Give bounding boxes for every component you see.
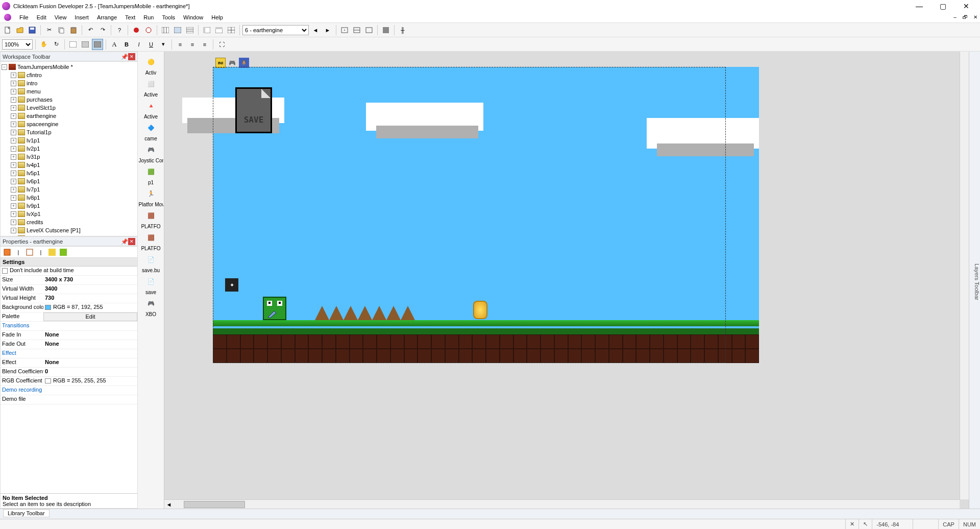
- snap-button[interactable]: ╫: [397, 25, 408, 36]
- workspace-tree[interactable]: − TeamJumpersMobile * +cfintro+intro+men…: [0, 61, 138, 236]
- text-color-button[interactable]: ▾: [158, 39, 169, 50]
- menu-view[interactable]: View: [51, 13, 71, 22]
- spike-object[interactable]: [401, 306, 415, 320]
- spike-object[interactable]: [358, 306, 372, 320]
- ini-object-icon[interactable]: INI: [215, 58, 226, 68]
- expand-icon[interactable]: +: [11, 154, 16, 160]
- align-right-button[interactable]: ≡: [199, 39, 210, 50]
- spike-object[interactable]: [344, 306, 358, 320]
- prop-tab-runtime[interactable]: |: [14, 248, 23, 257]
- tree-frame-item[interactable]: +lv8p1: [2, 194, 136, 202]
- coin-object[interactable]: [473, 301, 487, 319]
- grid-toggle-button[interactable]: [380, 25, 391, 36]
- effect-value[interactable]: None: [43, 358, 137, 367]
- frame-area[interactable]: INI 🎮 🧍: [213, 67, 759, 363]
- menu-window[interactable]: Window: [179, 13, 207, 22]
- tree-frame-item[interactable]: +lv9p1: [2, 202, 136, 210]
- hand-tool-button[interactable]: ✋: [38, 39, 50, 50]
- center-frame-button[interactable]: [339, 25, 350, 36]
- expand-icon[interactable]: +: [11, 97, 16, 103]
- brick-row[interactable]: [213, 349, 759, 363]
- gamepad-icon[interactable]: 🎮: [227, 58, 237, 68]
- object-strip-item[interactable]: 🟩p1: [141, 163, 161, 185]
- spike-object[interactable]: [315, 306, 329, 320]
- frame-margin-button[interactable]: ⛶: [216, 39, 227, 50]
- layers-toolbar[interactable]: Layers Toolbar: [969, 52, 980, 509]
- align-left-button[interactable]: ≡: [175, 39, 186, 50]
- tree-frame-item[interactable]: +menu: [2, 87, 136, 95]
- mdi-minimize-button[interactable]: –: [950, 14, 960, 21]
- expand-icon[interactable]: +: [11, 146, 16, 152]
- menu-tools[interactable]: Tools: [158, 13, 179, 22]
- prop-tab-about[interactable]: [25, 248, 34, 257]
- italic-button[interactable]: I: [133, 39, 144, 50]
- bgcolor-value[interactable]: RGB = 87, 192, 255: [43, 303, 137, 312]
- rgbc-value[interactable]: RGB = 255, 255, 255: [43, 377, 137, 386]
- object-strip-item[interactable]: 📄save: [141, 273, 161, 295]
- tree-frame-item[interactable]: +lv1p1: [2, 136, 136, 145]
- expand-icon[interactable]: +: [11, 81, 16, 86]
- object-strip[interactable]: 🟡Activ⬜Active🔺Active🔷came🎮Joystic Contr🟩…: [138, 52, 164, 509]
- menu-run[interactable]: Run: [139, 13, 158, 22]
- tree-frame-item[interactable]: +lv4p1: [2, 161, 136, 169]
- pin-icon[interactable]: 📌: [121, 54, 127, 60]
- expand-icon[interactable]: +: [11, 122, 16, 127]
- expand-icon[interactable]: +: [11, 130, 16, 135]
- save-object[interactable]: [235, 87, 272, 133]
- spike-object[interactable]: [386, 306, 401, 320]
- scroll-thumb[interactable]: [184, 501, 245, 508]
- contents-button[interactable]: ?: [114, 25, 125, 36]
- redo-button[interactable]: ↷: [97, 25, 108, 36]
- tree-frame-item[interactable]: +cfintro: [2, 71, 136, 79]
- object-strip-item[interactable]: 🟫PLATFO: [141, 207, 161, 229]
- prop-tab-settings[interactable]: [3, 248, 12, 257]
- bold-button[interactable]: B: [121, 39, 132, 50]
- undo-button[interactable]: ↶: [85, 25, 96, 36]
- tree-frame-item[interactable]: +purchases: [2, 95, 136, 104]
- tree-frame-item[interactable]: +earthengine: [2, 112, 136, 120]
- zoom-reset-button[interactable]: [363, 25, 375, 36]
- spike-object[interactable]: [329, 306, 344, 320]
- size-value[interactable]: 3400 x 730: [43, 276, 137, 284]
- tree-frame-item[interactable]: +intro: [2, 79, 136, 87]
- blend-value[interactable]: 0: [43, 368, 137, 376]
- data-elements-button[interactable]: [213, 25, 225, 36]
- menu-help[interactable]: Help: [207, 13, 227, 22]
- event-editor-button[interactable]: [184, 25, 195, 36]
- object-strip-item[interactable]: 🔷came: [141, 119, 161, 141]
- object-strip-item[interactable]: 🏃Platfor Movem: [141, 185, 161, 207]
- player-object[interactable]: [263, 297, 286, 320]
- next-frame-button[interactable]: ►: [322, 25, 333, 36]
- mdi-close-button[interactable]: ✕: [971, 14, 980, 21]
- event-list-button[interactable]: [201, 25, 212, 36]
- object-strip-item[interactable]: 🎮Joystic Contr: [141, 141, 161, 163]
- close-button[interactable]: ✕: [954, 0, 978, 12]
- palette-edit-button[interactable]: Edit: [43, 312, 137, 321]
- expand-icon[interactable]: +: [11, 187, 16, 193]
- cut-button[interactable]: ✂: [43, 25, 55, 36]
- tree-frame-item[interactable]: +credits: [2, 218, 136, 226]
- grid-setup-button[interactable]: [226, 25, 237, 36]
- minimize-button[interactable]: —: [908, 0, 931, 12]
- tree-frame-item[interactable]: +lv31p: [2, 153, 136, 161]
- object-strip-item[interactable]: 🟡Activ: [141, 54, 161, 76]
- menu-text[interactable]: Text: [121, 13, 139, 22]
- paste-button[interactable]: [68, 25, 79, 36]
- horizontal-scrollbar[interactable]: ◄: [164, 499, 960, 509]
- demofile-value[interactable]: [43, 395, 137, 404]
- tree-frame-item[interactable]: +LevelSlct1p: [2, 104, 136, 112]
- tree-frame-item[interactable]: +lv2p1: [2, 145, 136, 153]
- open-button[interactable]: [14, 25, 26, 36]
- tree-frame-item[interactable]: +lv7p1: [2, 185, 136, 194]
- object-strip-item[interactable]: 🔺Active: [141, 98, 161, 119]
- pin-icon[interactable]: 📌: [121, 238, 127, 245]
- dont-include-checkbox[interactable]: [2, 268, 8, 274]
- menu-edit[interactable]: Edit: [33, 13, 51, 22]
- expand-icon[interactable]: +: [11, 195, 16, 201]
- expand-icon[interactable]: +: [11, 179, 16, 184]
- workspace-close-button[interactable]: ✕: [128, 53, 135, 60]
- object-strip-item[interactable]: 🟫PLATFO: [141, 229, 161, 251]
- expand-icon[interactable]: +: [11, 105, 16, 111]
- expand-icon[interactable]: +: [11, 228, 16, 233]
- zoom-fit-button[interactable]: [351, 25, 362, 36]
